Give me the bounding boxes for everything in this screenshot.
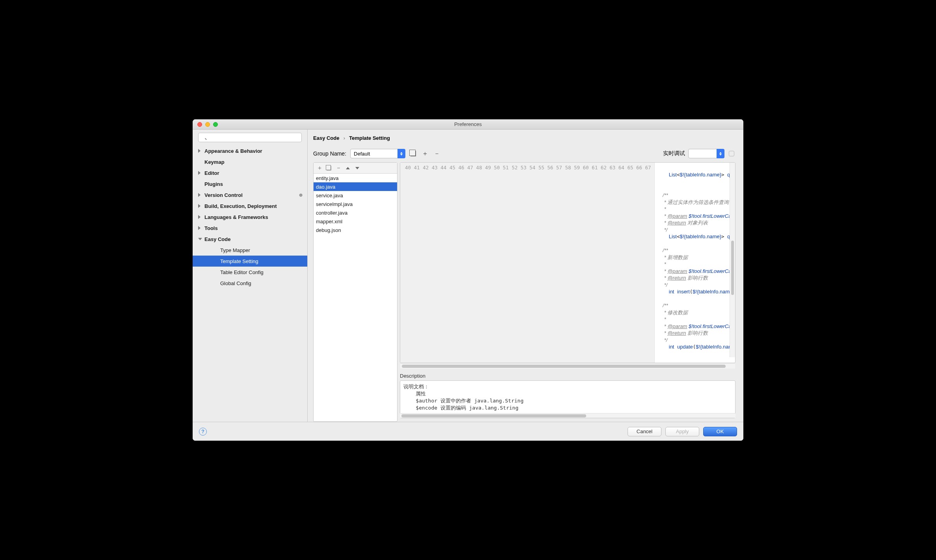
vertical-scrollbar[interactable] (730, 163, 735, 357)
sidebar-item-label: Appearance & Behavior (204, 148, 262, 154)
sidebar-item-label: Version Control (204, 192, 243, 198)
sidebar-item-tools[interactable]: Tools (193, 223, 307, 234)
chevron-updown-icon (397, 149, 405, 158)
sidebar: Appearance & BehaviorKeymapEditorPlugins… (193, 130, 308, 422)
file-list: entity.javadao.javaservice.javaserviceIm… (314, 174, 397, 421)
horizontal-scrollbar[interactable] (400, 363, 735, 369)
chevron-right-icon: › (344, 135, 345, 141)
search-icon (198, 133, 302, 142)
file-item[interactable]: dao.java (314, 182, 397, 191)
sidebar-item-label: Build, Execution, Deployment (204, 203, 277, 209)
sidebar-item-template-setting[interactable]: Template Setting (193, 256, 307, 267)
apply-button[interactable]: Apply (665, 427, 699, 436)
content-split: ＋ － entity.javadao.javaservice.javaservi… (313, 162, 735, 422)
cancel-button[interactable]: Cancel (628, 427, 661, 436)
sidebar-item-version-control[interactable]: Version Control⊕ (193, 189, 307, 200)
file-toolbar: ＋ － (314, 163, 397, 174)
remove-icon[interactable]: － (433, 150, 441, 158)
file-item[interactable]: entity.java (314, 174, 397, 182)
move-down-icon[interactable] (355, 167, 360, 169)
realtime-label: 实时调试 (663, 150, 685, 157)
help-icon[interactable]: ? (199, 428, 207, 436)
sidebar-item-keymap[interactable]: Keymap (193, 156, 307, 167)
add-icon[interactable]: ＋ (317, 164, 322, 172)
sidebar-item-build-execution-deployment[interactable]: Build, Execution, Deployment (193, 200, 307, 211)
sidebar-item-table-editor-config[interactable]: Table Editor Config (193, 267, 307, 278)
code-editor[interactable]: 40 41 42 43 44 45 46 47 48 49 50 51 52 5… (400, 162, 735, 363)
footer: ? Cancel Apply OK (193, 422, 743, 441)
sidebar-item-type-mapper[interactable]: Type Mapper (193, 245, 307, 256)
gutter: 40 41 42 43 44 45 46 47 48 49 50 51 52 5… (400, 163, 655, 363)
file-item[interactable]: service.java (314, 191, 397, 200)
breadcrumb-root: Easy Code (313, 135, 339, 141)
ok-button[interactable]: OK (703, 427, 737, 436)
copy-icon[interactable] (326, 165, 332, 171)
group-row: Group Name: Default ＋ － 实时调试 (313, 149, 735, 158)
chevron-right-icon (198, 149, 202, 153)
add-icon[interactable]: ＋ (421, 150, 429, 158)
file-item[interactable]: debug.json (314, 226, 397, 234)
chevron-right-icon (198, 193, 202, 197)
preferences-window: Preferences Appearance & BehaviorKeymapE… (193, 119, 743, 441)
description-scrollbar[interactable] (400, 413, 735, 418)
copy-icon[interactable] (409, 150, 417, 158)
breadcrumb-leaf: Template Setting (349, 135, 390, 141)
code-area[interactable]: List<$!{tableInfo.name}> queryAllByLimit… (655, 163, 735, 363)
file-item[interactable]: serviceImpl.java (314, 200, 397, 208)
sidebar-item-label: Languages & Frameworks (204, 214, 268, 220)
sidebar-item-label: Keymap (204, 159, 225, 165)
breadcrumb: Easy Code › Template Setting (313, 134, 735, 141)
body: Appearance & BehaviorKeymapEditorPlugins… (193, 130, 743, 422)
sidebar-item-label: Editor (204, 170, 219, 176)
main-panel: Easy Code › Template Setting Group Name:… (308, 130, 743, 422)
sidebar-item-label: Easy Code (204, 236, 230, 242)
sidebar-item-label: Tools (204, 225, 218, 231)
project-badge-icon: ⊕ (299, 193, 303, 198)
file-item[interactable]: mapper.xml (314, 217, 397, 226)
description-box[interactable]: 说明文档： 属性 $author 设置中的作者 java.lang.String… (400, 380, 735, 418)
sidebar-item-label: Plugins (204, 181, 223, 187)
chevron-updown-icon (717, 149, 724, 158)
sidebar-item-plugins[interactable]: Plugins (193, 178, 307, 189)
chevron-right-icon (198, 204, 202, 208)
group-name-label: Group Name: (313, 150, 346, 157)
file-column: ＋ － entity.javadao.javaservice.javaservi… (313, 162, 397, 422)
editor-column: 40 41 42 43 44 45 46 47 48 49 50 51 52 5… (400, 162, 735, 422)
search-input[interactable] (198, 133, 302, 142)
sidebar-item-global-config[interactable]: Global Config (193, 278, 307, 289)
chevron-right-icon (198, 171, 202, 175)
preview-icon[interactable] (728, 150, 735, 158)
chevron-down-icon (198, 238, 202, 242)
sidebar-item-editor[interactable]: Editor (193, 167, 307, 178)
remove-icon[interactable]: － (336, 164, 341, 172)
window-title: Preferences (193, 121, 743, 127)
settings-tree: Appearance & BehaviorKeymapEditorPlugins… (193, 145, 307, 422)
group-name-select[interactable]: Default (350, 149, 405, 158)
description-label: Description (400, 373, 735, 379)
sidebar-item-easy-code[interactable]: Easy Code (193, 234, 307, 245)
chevron-right-icon (198, 215, 202, 219)
sidebar-item-languages-frameworks[interactable]: Languages & Frameworks (193, 211, 307, 223)
move-up-icon[interactable] (345, 167, 351, 169)
titlebar: Preferences (193, 119, 743, 130)
sidebar-item-appearance-behavior[interactable]: Appearance & Behavior (193, 145, 307, 156)
file-item[interactable]: controller.java (314, 208, 397, 217)
chevron-right-icon (198, 226, 202, 230)
